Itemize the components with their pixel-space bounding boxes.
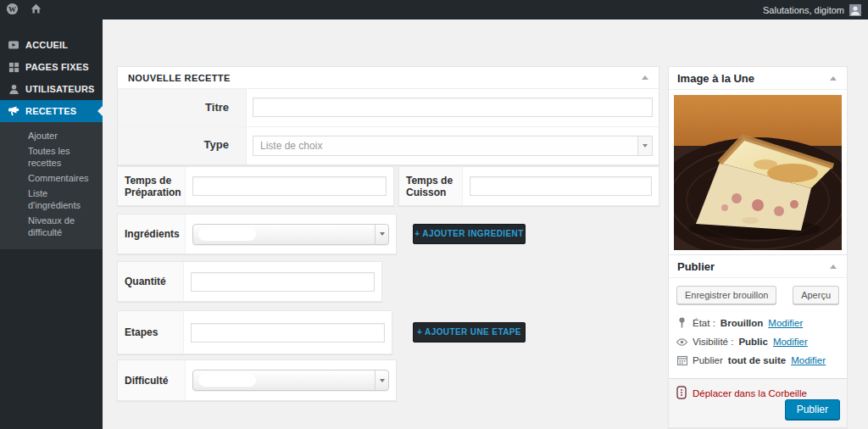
submenu-item-niveaux-difficulte[interactable]: Niveaux de difficulté xyxy=(0,213,103,240)
featured-image-header: Image à la Une xyxy=(669,67,847,90)
postbox-header: NOUVELLE RECETTE xyxy=(118,67,659,89)
sidebar-item-label: ACCUEIL xyxy=(25,40,68,50)
difficulty-box: Difficulté xyxy=(117,359,397,401)
ingredients-select[interactable] xyxy=(192,224,389,245)
status-value: Brouillon xyxy=(721,318,763,328)
cook-time-input[interactable] xyxy=(470,176,652,196)
grid-icon xyxy=(8,61,19,73)
status-row: État : Brouillon Modifier xyxy=(676,313,839,332)
chevron-down-icon xyxy=(375,225,388,244)
collapse-caret-icon[interactable] xyxy=(830,265,837,269)
preview-button[interactable]: Aperçu xyxy=(793,286,839,304)
edit-status-link[interactable]: Modifier xyxy=(768,318,803,328)
cook-time-box: Temps de Cuisson xyxy=(398,166,659,206)
add-step-button[interactable]: + AJOUTER UNE ETAPE xyxy=(413,322,526,343)
publish-button[interactable]: Publier xyxy=(785,399,840,420)
add-ingredient-button[interactable]: + AJOUTER INGREDIENT xyxy=(413,224,526,244)
titre-input[interactable] xyxy=(253,98,653,117)
recettes-submenu: Ajouter Toutes les recettes Commentaires… xyxy=(0,122,103,249)
save-draft-button[interactable]: Enregistrer brouillon xyxy=(676,286,776,304)
titre-label: Titre xyxy=(118,89,247,126)
publish-header: Publier xyxy=(669,255,847,278)
visibility-row: Visibilité : Public Modifier xyxy=(676,332,839,351)
prep-time-input[interactable] xyxy=(192,176,387,196)
steps-label: Etapes xyxy=(118,311,184,354)
difficulty-select[interactable] xyxy=(192,370,389,391)
trash-icon xyxy=(676,386,687,401)
site-home-link[interactable] xyxy=(25,0,47,20)
sidebar-item-accueil[interactable]: ACCUEIL xyxy=(0,34,103,56)
type-select[interactable]: Liste de choix xyxy=(253,136,653,156)
quantity-label: Quantité xyxy=(118,262,184,301)
megaphone-icon xyxy=(8,105,19,117)
admin-sidebar: ACCUEIL PAGES FIXES UTILISATEURS RECETTE… xyxy=(0,20,103,429)
wordpress-logo-icon: W xyxy=(6,3,19,17)
featured-quiche-image[interactable] xyxy=(674,95,842,250)
schedule-value: tout de suite xyxy=(728,355,786,365)
schedule-row: Publier tout de suite Modifier xyxy=(676,351,839,370)
steps-input[interactable] xyxy=(191,323,385,343)
status-label: État : xyxy=(693,318,715,328)
user-icon xyxy=(8,83,19,95)
sidebar-item-label: RECETTES xyxy=(25,106,76,116)
type-label: Type xyxy=(118,127,247,164)
account-greeting: Salutations, digitom xyxy=(763,5,844,15)
prep-time-box: Temps de Préparation xyxy=(117,166,394,206)
admin-menu: ACCUEIL PAGES FIXES UTILISATEURS RECETTE… xyxy=(0,20,103,249)
submenu-item-commentaires[interactable]: Commentaires xyxy=(0,170,103,186)
avatar xyxy=(849,4,861,16)
quantity-box: Quantité xyxy=(117,261,382,302)
schedule-label: Publier xyxy=(693,355,723,365)
svg-text:W: W xyxy=(8,5,16,14)
quantity-input[interactable] xyxy=(191,272,375,292)
sidebar-item-label: PAGES FIXES xyxy=(25,62,89,72)
publish-title: Publier xyxy=(669,260,715,273)
page-title: NOUVELLE RECETTE xyxy=(118,73,231,83)
home-icon xyxy=(31,3,42,16)
steps-box: Etapes xyxy=(117,310,392,354)
collapse-caret-icon[interactable] xyxy=(830,76,837,81)
video-screen-icon xyxy=(8,39,19,51)
edit-visibility-link[interactable]: Modifier xyxy=(773,337,808,347)
collapse-caret-icon[interactable] xyxy=(642,75,648,80)
move-to-trash-link[interactable]: Déplacer dans la Corbeille xyxy=(693,388,807,398)
chevron-down-icon xyxy=(637,136,652,155)
ingredients-label: Ingrédients xyxy=(118,214,186,254)
difficulty-label: Difficulté xyxy=(118,360,186,400)
calendar-icon xyxy=(676,355,687,365)
type-select-value: Liste de choix xyxy=(253,140,637,152)
publish-panel: Publier Enregistrer brouillon Aperçu Éta… xyxy=(668,254,848,428)
featured-image-title: Image à la Une xyxy=(669,72,754,85)
sidebar-item-utilisateurs[interactable]: UTILISATEURS xyxy=(0,78,103,100)
wordpress-logo-menu[interactable]: W xyxy=(0,0,25,20)
empty-selection-highlight xyxy=(198,374,256,387)
wordpress-admin-page: W Salutations, digitom ACCUEIL xyxy=(0,0,868,429)
visibility-value: Public xyxy=(738,337,768,347)
cook-time-label: Temps de Cuisson xyxy=(399,167,463,205)
titre-row: Titre xyxy=(118,89,659,127)
submenu-item-toutes-les-recettes[interactable]: Toutes les recettes xyxy=(0,143,103,170)
new-recipe-postbox: NOUVELLE RECETTE Titre Type Liste de cho… xyxy=(117,66,659,165)
admin-top-bar: W Salutations, digitom xyxy=(0,0,868,20)
eye-icon xyxy=(676,338,687,346)
chevron-down-icon xyxy=(375,370,388,390)
featured-image-panel: Image à la Une xyxy=(668,66,848,256)
submenu-item-ajouter[interactable]: Ajouter xyxy=(0,128,103,143)
ingredients-box: Ingrédients xyxy=(117,214,397,254)
empty-selection-highlight xyxy=(198,228,256,241)
edit-schedule-link[interactable]: Modifier xyxy=(791,355,826,365)
sidebar-item-pages-fixes[interactable]: PAGES FIXES xyxy=(0,56,103,78)
sidebar-item-recettes[interactable]: RECETTES xyxy=(0,100,103,122)
sidebar-item-label: UTILISATEURS xyxy=(25,84,95,94)
prep-time-label: Temps de Préparation xyxy=(118,167,186,205)
type-row: Type Liste de choix xyxy=(118,127,659,164)
submenu-item-liste-ingredients[interactable]: Liste d'ingrédients xyxy=(0,186,103,213)
account-menu[interactable]: Salutations, digitom xyxy=(763,4,868,16)
pin-icon xyxy=(676,317,687,328)
visibility-label: Visibilité : xyxy=(693,337,733,347)
publish-footer: Déplacer dans la Corbeille Publier xyxy=(669,378,847,427)
